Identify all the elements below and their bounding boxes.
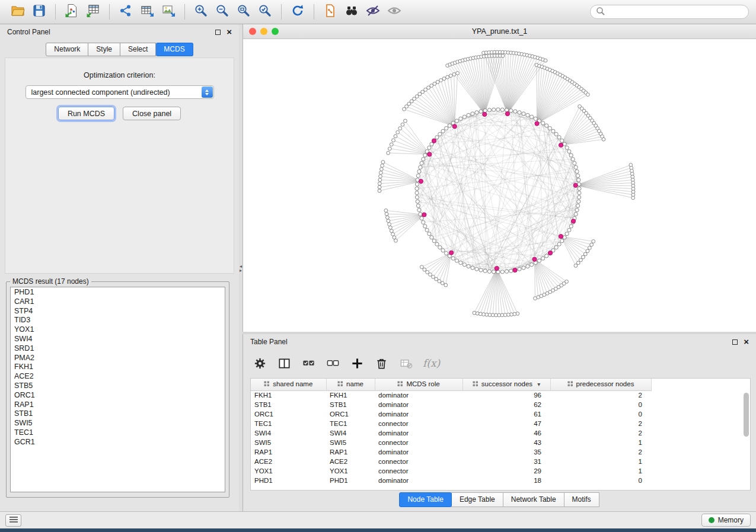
network-node[interactable] [387, 151, 390, 155]
network-node[interactable] [565, 146, 569, 149]
network-node[interactable] [444, 251, 448, 255]
network-node[interactable] [487, 108, 491, 112]
network-node[interactable] [390, 143, 393, 146]
zoom-selected-button[interactable] [254, 2, 276, 21]
table-cell[interactable]: 46 [462, 428, 550, 438]
table-cell[interactable]: RAP1 [326, 447, 375, 457]
table-cell[interactable]: 0 [550, 400, 651, 409]
network-node[interactable] [428, 232, 431, 236]
table-cell[interactable]: FKH1 [251, 390, 326, 400]
mcds-dominator-node[interactable] [559, 234, 563, 238]
network-node[interactable] [586, 249, 589, 253]
select-all-button[interactable] [301, 357, 315, 370]
mcds-result-item[interactable]: ACE2 [11, 371, 225, 381]
mcds-result-item[interactable]: RAP1 [11, 400, 225, 409]
mcds-result-item[interactable]: SWI5 [11, 418, 225, 428]
network-node[interactable] [483, 269, 487, 273]
close-panel-icon[interactable]: × [227, 29, 232, 35]
table-row[interactable]: SWI5SWI5connector431 [251, 438, 651, 447]
mcds-result-item[interactable]: TID3 [11, 315, 225, 325]
network-node[interactable] [448, 124, 451, 127]
table-row[interactable]: ACE2ACE2connector311 [251, 457, 651, 466]
mcds-dominator-node[interactable] [535, 121, 539, 126]
network-node[interactable] [423, 225, 427, 228]
table-cell[interactable]: TEC1 [326, 419, 375, 428]
mcds-dominator-node[interactable] [559, 143, 563, 147]
network-node[interactable] [500, 270, 504, 274]
network-node[interactable] [509, 109, 513, 113]
table-cell[interactable]: connector [375, 438, 462, 447]
mcds-result-item[interactable]: STP4 [11, 306, 225, 316]
network-node[interactable] [419, 165, 422, 169]
network-node[interactable] [541, 257, 545, 260]
network-node[interactable] [501, 54, 505, 57]
table-cell[interactable]: STB1 [326, 400, 375, 409]
network-node[interactable] [449, 74, 452, 78]
table-scrollbar[interactable] [744, 393, 749, 488]
network-node[interactable] [513, 110, 517, 113]
network-node[interactable] [541, 121, 545, 125]
table-cell[interactable]: SWI5 [251, 438, 326, 447]
mcds-result-item[interactable]: STB5 [11, 381, 225, 390]
export-image-button[interactable] [158, 2, 179, 21]
window-close-icon[interactable] [249, 28, 256, 35]
network-node[interactable] [422, 158, 425, 161]
network-node[interactable] [435, 136, 439, 139]
table-cell[interactable]: SWI5 [326, 438, 375, 447]
network-node[interactable] [391, 232, 395, 236]
network-node[interactable] [388, 223, 391, 226]
network-node[interactable] [435, 277, 438, 281]
table-cell[interactable]: FKH1 [326, 390, 375, 400]
network-node[interactable] [416, 174, 420, 178]
tab-edge-table[interactable]: Edge Table [451, 492, 503, 507]
network-search[interactable] [590, 5, 749, 19]
network-node[interactable] [578, 187, 581, 190]
network-node[interactable] [631, 196, 635, 200]
table-cell[interactable]: PHD1 [326, 476, 375, 485]
new-network-button[interactable] [115, 2, 136, 21]
mcds-result-item[interactable]: SWI4 [11, 334, 225, 344]
network-node[interactable] [565, 232, 569, 236]
network-node[interactable] [441, 249, 445, 252]
network-node[interactable] [423, 153, 427, 157]
import-network-button[interactable] [61, 2, 82, 21]
table-cell[interactable]: dominator [375, 400, 462, 409]
network-node[interactable] [518, 267, 521, 271]
network-node[interactable] [379, 168, 383, 171]
network-node[interactable] [554, 245, 558, 249]
network-node[interactable] [442, 77, 446, 81]
network-node[interactable] [571, 158, 575, 161]
network-node[interactable] [441, 129, 445, 133]
mcds-result-item[interactable]: YOX1 [11, 325, 225, 334]
network-node[interactable] [428, 146, 431, 149]
mcds-result-item[interactable]: PHD1 [11, 287, 225, 297]
network-node[interactable] [415, 187, 419, 190]
network-node[interactable] [415, 182, 419, 186]
network-node[interactable] [475, 111, 479, 114]
table-cell[interactable]: connector [375, 419, 462, 428]
network-node[interactable] [569, 225, 573, 228]
sort-desc-icon[interactable]: ▾ [537, 381, 540, 387]
network-node[interactable] [385, 212, 388, 216]
table-cell[interactable]: connector [375, 457, 462, 466]
network-node[interactable] [404, 119, 407, 123]
network-node[interactable] [378, 189, 381, 193]
network-node[interactable] [505, 108, 508, 112]
table-row[interactable]: STB1STB1dominator620 [251, 400, 651, 409]
table-cell[interactable]: 2 [550, 428, 651, 438]
table-cell[interactable]: dominator [375, 476, 462, 485]
optimization-criterion-select[interactable]: largest connected component (undirected) [25, 85, 214, 99]
network-node[interactable] [422, 220, 425, 224]
mcds-dominator-node[interactable] [513, 268, 517, 272]
column-header-name[interactable]: name [326, 379, 375, 390]
mcds-result-list[interactable]: PHD1CAR1STP4TID3YOX1SWI4SRD1PMA2FKH1ACE2… [10, 287, 225, 492]
table-cell[interactable]: STB1 [251, 400, 326, 409]
table-row[interactable]: FKH1FKH1dominator962 [251, 390, 651, 400]
network-node[interactable] [462, 263, 466, 267]
network-node[interactable] [479, 268, 483, 272]
network-node[interactable] [577, 200, 580, 203]
network-node[interactable] [378, 178, 382, 182]
network-node[interactable] [496, 108, 500, 111]
table-cell[interactable]: 2 [550, 447, 651, 457]
network-node[interactable] [467, 264, 470, 268]
